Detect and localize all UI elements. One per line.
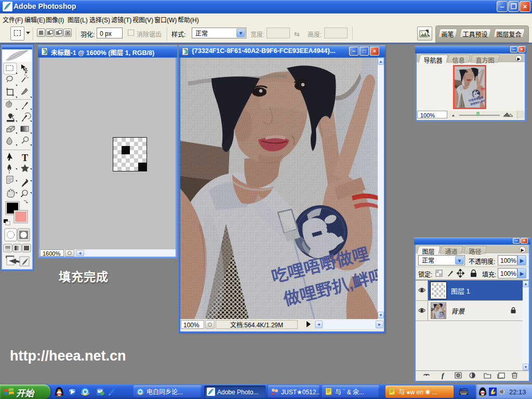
svg-text:f: f: [442, 371, 445, 379]
svg-text:T: T: [22, 153, 28, 163]
